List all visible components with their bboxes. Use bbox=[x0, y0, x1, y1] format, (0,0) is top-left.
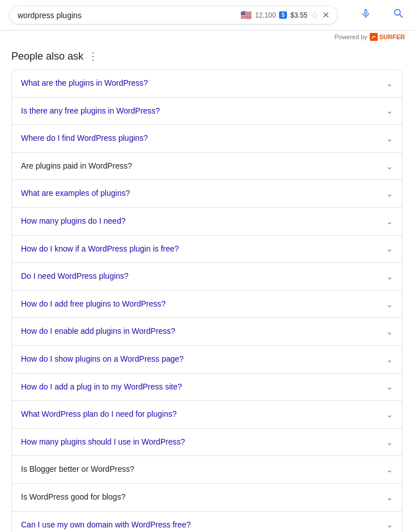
faq-question: Is Blogger better or WordPress? bbox=[21, 464, 379, 475]
surfer-label: SURFER bbox=[379, 33, 405, 40]
chevron-down-icon: ⌄ bbox=[386, 355, 393, 364]
faq-item[interactable]: How many plugins do I need?⌄ bbox=[12, 208, 402, 236]
search-submit-icon[interactable] bbox=[392, 7, 405, 23]
chevron-down-icon: ⌄ bbox=[386, 438, 393, 447]
paa-menu-icon[interactable]: ⋮ bbox=[88, 50, 98, 62]
faq-item[interactable]: How do I enable add plugins in WordPress… bbox=[12, 318, 402, 346]
search-bar[interactable]: 🇺🇸 12,100 5 $3.55 ☆ ✕ bbox=[9, 6, 338, 24]
faq-item[interactable]: What are examples of plugins?⌄ bbox=[12, 180, 402, 208]
chevron-down-icon: ⌄ bbox=[386, 493, 393, 502]
faq-item[interactable]: What WordPress plan do I need for plugin… bbox=[12, 401, 402, 429]
faq-question: What WordPress plan do I need for plugin… bbox=[21, 409, 379, 420]
faq-question: What are the plugins in WordPress? bbox=[21, 78, 379, 89]
faq-question: How do I add a plug in to my WordPress s… bbox=[21, 382, 379, 393]
price-badge: $3.55 bbox=[290, 11, 307, 19]
faq-item[interactable]: Do I need WordPress plugins?⌄ bbox=[12, 263, 402, 291]
faq-question: Is there any free plugins in WordPress? bbox=[21, 106, 379, 117]
star-icon[interactable]: ☆ bbox=[311, 10, 319, 20]
chevron-down-icon: ⌄ bbox=[386, 79, 393, 88]
faq-item[interactable]: Where do I find WordPress plugins?⌄ bbox=[12, 125, 402, 153]
faq-question: How do I enable add plugins in WordPress… bbox=[21, 326, 379, 337]
faq-question: How do I show plugins on a WordPress pag… bbox=[21, 354, 379, 365]
faq-question: Is WordPress good for blogs? bbox=[21, 492, 379, 503]
faq-item[interactable]: Is Blogger better or WordPress?⌄ bbox=[12, 456, 402, 484]
chevron-down-icon: ⌄ bbox=[386, 327, 393, 336]
faq-question: Can I use my own domain with WordPress f… bbox=[21, 520, 379, 531]
faq-question: Are plugins paid in WordPress? bbox=[21, 161, 379, 172]
faq-question: How do I know if a WordPress plugin is f… bbox=[21, 244, 379, 255]
clear-icon[interactable]: ✕ bbox=[322, 10, 329, 20]
faq-item[interactable]: Is WordPress good for blogs?⌄ bbox=[12, 484, 402, 512]
faq-item[interactable]: How do I add free plugins to WordPress?⌄ bbox=[12, 291, 402, 319]
faq-item[interactable]: Are plugins paid in WordPress?⌄ bbox=[12, 153, 402, 181]
chevron-down-icon: ⌄ bbox=[386, 520, 393, 529]
faq-question: How do I add free plugins to WordPress? bbox=[21, 299, 379, 310]
result-count: 12,100 bbox=[255, 11, 276, 19]
mic-icon[interactable] bbox=[360, 8, 371, 22]
search-bar-right: 🇺🇸 12,100 5 $3.55 ☆ ✕ bbox=[240, 10, 329, 20]
powered-by-bar: Powered by SURFER bbox=[0, 31, 414, 41]
surfer-logo: SURFER bbox=[370, 33, 405, 41]
chevron-down-icon: ⌄ bbox=[386, 382, 393, 391]
chevron-down-icon: ⌄ bbox=[386, 244, 393, 253]
faq-item[interactable]: How many plugins should I use in WordPre… bbox=[12, 429, 402, 456]
chevron-down-icon: ⌄ bbox=[386, 106, 393, 115]
faq-item[interactable]: How do I add a plug in to my WordPress s… bbox=[12, 374, 402, 401]
faq-item[interactable]: Is there any free plugins in WordPress?⌄ bbox=[12, 98, 402, 125]
chevron-down-icon: ⌄ bbox=[386, 410, 393, 419]
faq-question: Where do I find WordPress plugins? bbox=[21, 133, 379, 144]
chevron-down-icon: ⌄ bbox=[386, 217, 393, 226]
paa-header: People also ask ⋮ bbox=[11, 50, 403, 62]
flag-icon: 🇺🇸 bbox=[240, 10, 252, 20]
chevron-down-icon: ⌄ bbox=[386, 162, 393, 171]
faq-item[interactable]: How do I show plugins on a WordPress pag… bbox=[12, 346, 402, 374]
faq-list: What are the plugins in WordPress?⌄Is th… bbox=[11, 69, 403, 532]
header: 🇺🇸 12,100 5 $3.55 ☆ ✕ bbox=[0, 0, 414, 31]
faq-question: What are examples of plugins? bbox=[21, 188, 379, 199]
faq-item[interactable]: How do I know if a WordPress plugin is f… bbox=[12, 236, 402, 263]
chevron-down-icon: ⌄ bbox=[386, 465, 393, 474]
faq-item[interactable]: What are the plugins in WordPress?⌄ bbox=[12, 70, 402, 98]
chevron-down-icon: ⌄ bbox=[386, 272, 393, 281]
search-input[interactable] bbox=[18, 11, 236, 20]
faq-question: How many plugins should I use in WordPre… bbox=[21, 437, 379, 448]
surfer-logo-icon bbox=[370, 33, 378, 41]
chevron-down-icon: ⌄ bbox=[386, 134, 393, 143]
paa-title: People also ask bbox=[11, 51, 83, 62]
faq-question: How many plugins do I need? bbox=[21, 216, 379, 227]
faq-item[interactable]: Can I use my own domain with WordPress f… bbox=[12, 512, 402, 533]
powered-by-text: Powered by bbox=[335, 33, 367, 40]
faq-question: Do I need WordPress plugins? bbox=[21, 271, 379, 282]
chevron-down-icon: ⌄ bbox=[386, 300, 393, 309]
chevron-down-icon: ⌄ bbox=[386, 189, 393, 198]
surfer-score-badge: 5 bbox=[279, 11, 287, 19]
people-also-ask-section: People also ask ⋮ What are the plugins i… bbox=[0, 41, 414, 532]
